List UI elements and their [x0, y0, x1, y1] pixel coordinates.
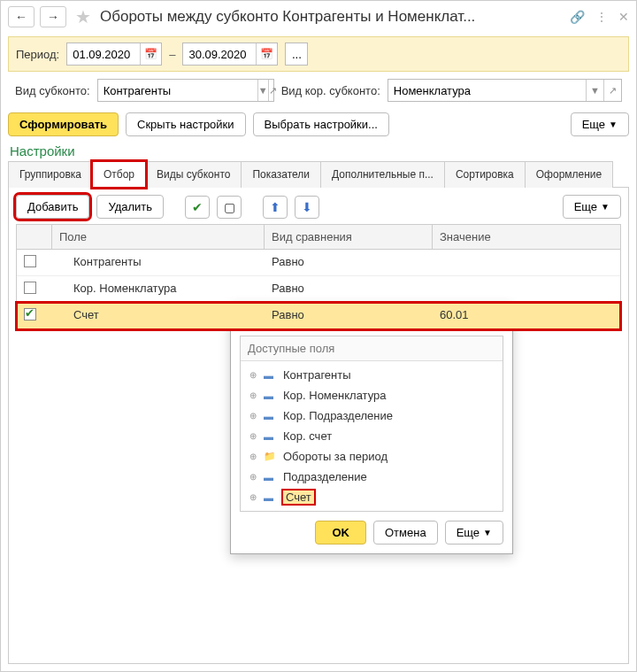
delete-button[interactable]: Удалить — [96, 195, 164, 219]
table-row[interactable]: Контрагенты Равно — [17, 250, 620, 276]
uncheck-all-icon[interactable]: ▢ — [217, 196, 242, 219]
kor-subkonto-combo[interactable]: ▼ ↗ — [388, 79, 622, 102]
grid-header: Поле Вид сравнения Значение — [17, 225, 620, 250]
cell-field[interactable]: Контрагенты — [52, 250, 265, 275]
calendar-icon[interactable]: 📅 — [256, 43, 277, 65]
period-from-input[interactable] — [67, 48, 140, 61]
table-row[interactable]: Кор. Номенклатура Равно — [17, 276, 620, 303]
period-to[interactable]: 📅 — [182, 42, 278, 66]
row-checkbox[interactable] — [24, 308, 36, 321]
more-button-2[interactable]: Еще ▼ — [563, 195, 621, 219]
expand-icon[interactable]: ⊕ — [248, 390, 258, 400]
col-cmp[interactable]: Вид сравнения — [265, 225, 433, 249]
more-icon[interactable]: ⋮ — [595, 10, 608, 24]
subkonto-input[interactable] — [98, 84, 257, 97]
back-button[interactable]: ← — [8, 6, 35, 27]
settings-section-title: Настройки — [1, 142, 636, 160]
row-checkbox[interactable] — [24, 282, 36, 294]
expand-icon[interactable]: ⊕ — [248, 492, 258, 502]
more-button[interactable]: Еще ▼ — [571, 112, 629, 136]
expand-icon[interactable]: ⊕ — [248, 472, 258, 482]
field-picker-popup: Выбор поля отбора ⋮ ▫ ✕ Доступные поля ⊕… — [230, 303, 513, 554]
table-row[interactable]: Счет Равно 60.01 — [17, 303, 620, 329]
period-from[interactable]: 📅 — [66, 42, 162, 66]
window-title: Обороты между субконто Контрагенты и Ном… — [100, 8, 564, 26]
chevron-down-icon[interactable]: ▼ — [586, 80, 603, 101]
settings-body: Добавить Удалить ✔ ▢ ⬆ ⬇ Еще ▼ Поле Вид … — [8, 188, 629, 664]
tab-grouping[interactable]: Группировка — [8, 161, 93, 188]
attr-icon: ▬ — [264, 431, 278, 442]
tab-metrics[interactable]: Показатели — [241, 161, 321, 188]
col-field[interactable]: Поле — [52, 225, 265, 249]
tree-item[interactable]: ⊕▬Кор. Подразделение — [241, 406, 503, 426]
add-button[interactable]: Добавить — [16, 195, 89, 219]
expand-icon[interactable]: ⊕ — [248, 452, 258, 461]
hide-settings-button[interactable]: Скрыть настройки — [126, 112, 246, 136]
tab-filter[interactable]: Отбор — [92, 161, 146, 188]
folder-icon: 📁 — [264, 451, 278, 462]
choose-settings-button[interactable]: Выбрать настройки... — [253, 112, 389, 136]
attr-icon: ▬ — [264, 472, 278, 483]
open-ref-icon[interactable]: ↗ — [603, 80, 621, 101]
link-icon[interactable]: 🔗 — [570, 10, 585, 24]
tab-subkonto-types[interactable]: Виды субконто — [145, 161, 242, 188]
move-down-icon[interactable]: ⬇ — [295, 196, 319, 219]
chevron-down-icon[interactable]: ▼ — [257, 80, 268, 101]
expand-icon[interactable]: ⊕ — [248, 431, 258, 441]
cell-val[interactable] — [433, 276, 620, 302]
popup-footer: OK Отмена Еще ▼ — [231, 512, 512, 553]
main-toolbar: Сформировать Скрыть настройки Выбрать на… — [1, 107, 636, 142]
popup-more-button[interactable]: Еще ▼ — [445, 521, 503, 545]
col-val[interactable]: Значение — [433, 225, 620, 249]
subkonto-panel: Вид субконто: ▼ ↗ Вид кор. субконто: ▼ ↗ — [8, 75, 629, 105]
fields-tree: ⊕▬Контрагенты ⊕▬Кор. Номенклатура ⊕▬Кор.… — [241, 361, 503, 511]
attr-icon: ▬ — [264, 390, 278, 401]
app-window: ← → ★ Обороты между субконто Контрагенты… — [0, 0, 637, 672]
tree-item[interactable]: ⊕▬Контрагенты — [241, 365, 503, 385]
chevron-down-icon: ▼ — [609, 120, 618, 129]
cell-cmp[interactable]: Равно — [265, 303, 433, 328]
period-to-input[interactable] — [183, 48, 256, 61]
expand-icon[interactable]: ⊕ — [248, 411, 258, 421]
cell-field[interactable]: Кор. Номенклатура — [52, 276, 265, 302]
check-all-icon[interactable]: ✔ — [185, 196, 210, 219]
titlebar: ← → ★ Обороты между субконто Контрагенты… — [1, 1, 636, 33]
popup-body-head: Доступные поля — [241, 336, 503, 361]
tree-item-selected[interactable]: ⊕▬Счет — [241, 487, 503, 507]
tab-formatting[interactable]: Оформление — [525, 161, 613, 188]
forward-button[interactable]: → — [40, 6, 66, 27]
expand-icon[interactable]: ⊕ — [248, 370, 258, 380]
cell-field[interactable]: Счет — [52, 303, 265, 328]
kor-subkonto-label: Вид кор. субконто: — [281, 84, 380, 97]
row-checkbox[interactable] — [24, 255, 36, 267]
attr-icon: ▬ — [264, 411, 278, 421]
period-panel: Период: 📅 – 📅 ... — [8, 36, 629, 72]
ok-button[interactable]: OK — [315, 521, 366, 545]
attr-icon: ▬ — [264, 492, 278, 503]
kor-subkonto-input[interactable] — [388, 84, 586, 97]
cell-val[interactable]: 60.01 — [433, 303, 620, 328]
tree-item[interactable]: ⊕▬Кор. счет — [241, 426, 503, 446]
favorite-icon[interactable]: ★ — [75, 6, 91, 27]
tab-additional[interactable]: Дополнительные п... — [320, 161, 445, 188]
attr-icon: ▬ — [264, 370, 278, 381]
tree-item[interactable]: ⊕📁Обороты за период — [241, 446, 503, 467]
popup-body: Доступные поля ⊕▬Контрагенты ⊕▬Кор. Номе… — [240, 336, 503, 512]
open-ref-icon[interactable]: ↗ — [268, 80, 277, 101]
subkonto-combo[interactable]: ▼ ↗ — [97, 79, 274, 102]
dash: – — [169, 48, 175, 61]
cell-cmp[interactable]: Равно — [265, 250, 433, 275]
tab-sorting[interactable]: Сортировка — [444, 161, 526, 188]
close-icon[interactable]: ✕ — [618, 10, 629, 24]
cell-val[interactable] — [433, 250, 620, 275]
calendar-icon[interactable]: 📅 — [140, 43, 161, 65]
cell-cmp[interactable]: Равно — [265, 276, 433, 302]
period-picker-button[interactable]: ... — [285, 42, 308, 66]
cancel-button[interactable]: Отмена — [373, 521, 438, 545]
move-up-icon[interactable]: ⬆ — [263, 196, 288, 219]
tree-item[interactable]: ⊕▬Подразделение — [241, 467, 503, 487]
form-button[interactable]: Сформировать — [8, 112, 119, 136]
filter-grid: Поле Вид сравнения Значение Контрагенты … — [16, 224, 621, 330]
tree-item[interactable]: ⊕▬Кор. Номенклатура — [241, 385, 503, 406]
filter-toolbar: Добавить Удалить ✔ ▢ ⬆ ⬇ Еще ▼ — [16, 195, 621, 219]
